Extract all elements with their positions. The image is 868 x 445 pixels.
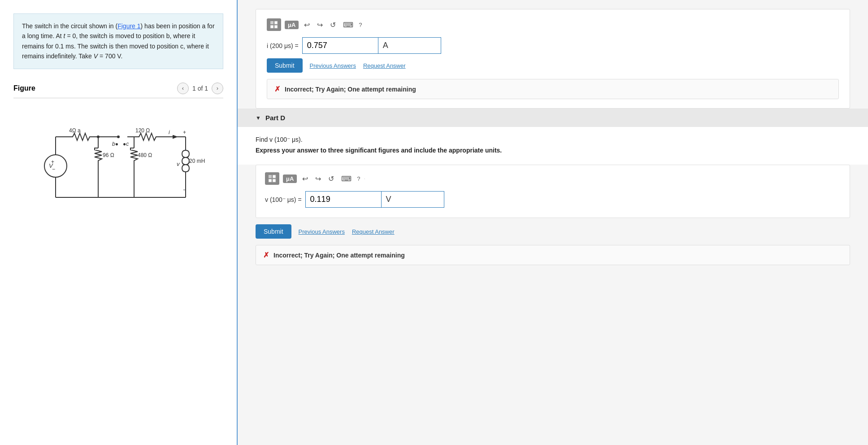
- top-action-row: Submit Previous Answers Request Answer: [267, 58, 839, 73]
- svg-text:i: i: [169, 129, 170, 135]
- top-prev-answers-link[interactable]: Previous Answers: [310, 62, 356, 69]
- right-panel: μA ↩ ↪ ↺ ⌨ ? i (200 μs) = A Submit Previ…: [238, 0, 868, 445]
- part-d-express-text: Express your answer to three significant…: [256, 147, 850, 154]
- top-feedback-text: Incorrect; Try Again; One attempt remain…: [285, 86, 416, 93]
- toolbar-keyboard-icon[interactable]: ⌨: [341, 20, 355, 30]
- svg-text:96 Ω: 96 Ω: [103, 152, 114, 158]
- svg-text:V: V: [49, 162, 53, 169]
- figure-page: 1 of 1: [192, 85, 208, 92]
- top-request-answer-link[interactable]: Request Answer: [363, 62, 406, 69]
- part-d-toolbar-keyboard-icon[interactable]: ⌨: [339, 174, 353, 184]
- part-d-input-row: v (100⁻ μs) = V: [265, 191, 841, 208]
- svg-text:+: +: [183, 129, 186, 135]
- top-submit-button[interactable]: Submit: [267, 58, 303, 73]
- part-d-value-input[interactable]: [305, 191, 382, 208]
- svg-text:120 Ω: 120 Ω: [135, 127, 150, 134]
- part-d-input-label: v (100⁻ μs) =: [265, 196, 302, 203]
- part-d-find-text: Find v (100⁻ μs).: [256, 136, 850, 143]
- top-toolbar: μA ↩ ↪ ↺ ⌨ ?: [267, 18, 839, 31]
- part-d-prev-answers-link[interactable]: Previous Answers: [299, 228, 345, 235]
- part-d-x-icon: ✗: [263, 251, 269, 259]
- toolbar-undo-icon[interactable]: ↩: [302, 20, 312, 30]
- svg-text:●c: ●c: [123, 141, 129, 147]
- svg-point-11: [117, 135, 120, 138]
- svg-rect-39: [269, 179, 272, 182]
- toolbar-redo-icon[interactable]: ↪: [315, 20, 325, 30]
- part-d-request-answer-link[interactable]: Request Answer: [352, 228, 395, 235]
- part-d-header[interactable]: ▼ Part D: [238, 109, 868, 127]
- toolbar-mu-btn[interactable]: μA: [285, 21, 299, 29]
- part-d-unit-input[interactable]: V: [382, 191, 444, 208]
- svg-text:480 Ω: 480 Ω: [138, 152, 152, 158]
- circuit-container: + − V 4Ω a b●: [13, 105, 223, 227]
- svg-rect-34: [274, 21, 278, 24]
- next-figure-btn[interactable]: ›: [212, 83, 223, 94]
- problem-text: The switch in the circuit shown in (Figu…: [13, 13, 223, 69]
- figure-title: Figure: [13, 84, 35, 92]
- toolbar-grid-btn[interactable]: [267, 18, 281, 31]
- svg-rect-33: [270, 21, 273, 24]
- part-d-toolbar-grid-btn[interactable]: [265, 172, 279, 185]
- part-d-toolbar-undo-icon[interactable]: ↩: [300, 174, 310, 184]
- prev-figure-btn[interactable]: ‹: [177, 83, 189, 94]
- svg-rect-38: [273, 175, 276, 178]
- part-d-title: Part D: [265, 114, 285, 122]
- svg-rect-37: [269, 175, 272, 178]
- top-unit-input[interactable]: A: [378, 37, 441, 54]
- top-input-row: i (200 μs) = A: [267, 37, 839, 54]
- svg-rect-40: [273, 179, 276, 182]
- top-answer-section: μA ↩ ↪ ↺ ⌨ ? i (200 μs) = A Submit Previ…: [256, 9, 850, 109]
- part-d-feedback-box: ✗ Incorrect; Try Again; One attempt rema…: [256, 245, 850, 265]
- part-d-arrow[interactable]: ▼: [256, 115, 261, 121]
- top-x-icon: ✗: [274, 85, 280, 93]
- figure-header: Figure ‹ 1 of 1 ›: [13, 83, 223, 98]
- part-d-feedback-text: Incorrect; Try Again; One attempt remain…: [273, 252, 405, 259]
- part-d-toolbar-mu-btn[interactable]: μA: [283, 175, 297, 183]
- toolbar-question-icon[interactable]: ?: [359, 22, 362, 28]
- part-d-toolbar-redo-icon[interactable]: ↪: [313, 174, 323, 184]
- svg-text:20 mH: 20 mH: [189, 158, 205, 164]
- svg-text:v: v: [177, 161, 180, 167]
- svg-rect-36: [274, 25, 278, 28]
- part-d-toolbar-dot: ·: [364, 175, 365, 182]
- svg-point-1: [44, 155, 67, 177]
- svg-rect-35: [270, 25, 273, 28]
- part-d-toolbar-refresh-icon[interactable]: ↺: [326, 174, 336, 184]
- svg-text:4Ω a: 4Ω a: [69, 127, 81, 134]
- left-panel: The switch in the circuit shown in (Figu…: [0, 0, 238, 445]
- top-feedback-box: ✗ Incorrect; Try Again; One attempt rema…: [267, 79, 839, 99]
- top-value-input[interactable]: [302, 37, 378, 54]
- part-d-actions: Submit Previous Answers Request Answer: [238, 218, 868, 239]
- svg-text:b●: b●: [112, 141, 118, 147]
- toolbar-refresh-icon[interactable]: ↺: [328, 20, 338, 30]
- part-d-answer-section: μA ↩ ↪ ↺ ⌨ ? · v (100⁻ μs) = V: [256, 165, 850, 218]
- figure-nav: ‹ 1 of 1 ›: [177, 83, 223, 94]
- circuit-diagram: + − V 4Ω a b●: [24, 114, 213, 218]
- figure-link[interactable]: Figure 1: [117, 22, 140, 30]
- part-d-toolbar-question-icon[interactable]: ?: [357, 175, 360, 182]
- part-d-toolbar: μA ↩ ↪ ↺ ⌨ ? ·: [265, 172, 841, 185]
- top-input-label: i (200 μs) =: [267, 42, 299, 49]
- part-d-body: Find v (100⁻ μs). Express your answer to…: [238, 127, 868, 165]
- figure-section: Figure ‹ 1 of 1 › + − V: [13, 83, 223, 227]
- part-d-submit-button[interactable]: Submit: [256, 224, 291, 239]
